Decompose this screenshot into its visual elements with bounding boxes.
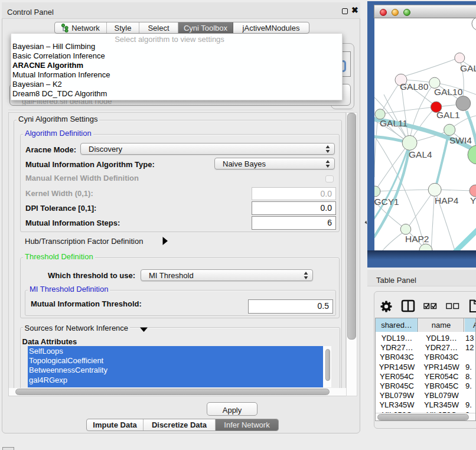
svg-text:GAL1: GAL1 bbox=[436, 110, 460, 120]
svg-text:GAL80: GAL80 bbox=[400, 81, 429, 92]
svg-text:SWI4: SWI4 bbox=[449, 135, 472, 145]
svg-text:GCY1: GCY1 bbox=[374, 197, 399, 207]
svg-text:HAP4: HAP4 bbox=[435, 195, 459, 206]
svg-text:HAP2: HAP2 bbox=[405, 234, 429, 244]
svg-text:Y: Y bbox=[470, 195, 476, 206]
svg-text:GAL7: GAL7 bbox=[460, 63, 476, 73]
svg-text:GAL11: GAL11 bbox=[380, 118, 407, 128]
svg-text:GAL4: GAL4 bbox=[409, 149, 432, 159]
svg-text:GAL10: GAL10 bbox=[434, 87, 463, 97]
